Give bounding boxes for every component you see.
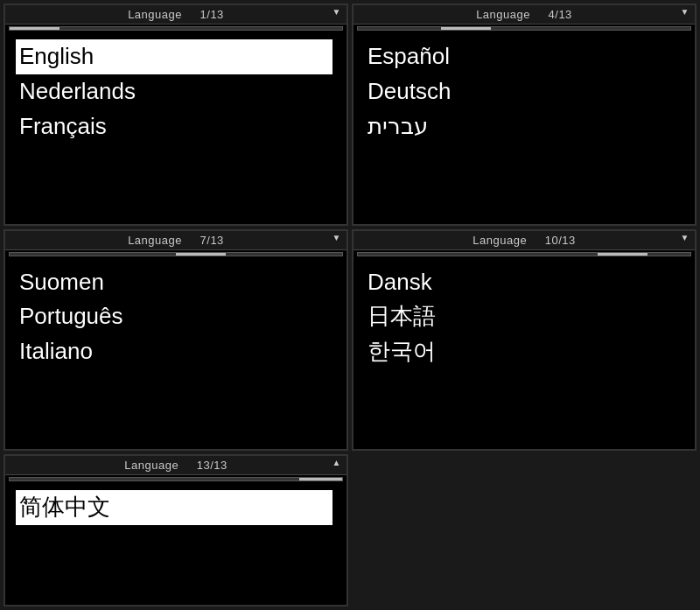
- screen-2-content: Español Deutsch עברית: [354, 32, 695, 151]
- screen-5-content: 简体中文: [5, 483, 346, 532]
- screen-4-page: 10/13: [545, 234, 576, 247]
- screen-3-page: 7/13: [200, 234, 224, 247]
- screen-2-scrollbar: [354, 25, 695, 32]
- language-suomen[interactable]: Suomen: [19, 265, 332, 300]
- language-japanese[interactable]: 日本語: [368, 299, 681, 334]
- bottom-row: Language 13/13 ▲ 简体中文: [4, 454, 696, 606]
- screen-3-header: Language 7/13 ▼: [5, 231, 346, 250]
- language-english[interactable]: English: [16, 39, 332, 74]
- language-screen-1: Language 1/13 ▼ English Nederlands Franç…: [4, 4, 348, 226]
- screen-4-header: Language 10/13 ▼: [354, 231, 695, 250]
- language-francais[interactable]: Français: [19, 109, 332, 144]
- screen-5-scroll-thumb: [299, 478, 342, 480]
- screen-2-scroll-thumb: [441, 27, 491, 30]
- screen-4-title: Language: [472, 234, 527, 247]
- screen-2-title: Language: [476, 8, 530, 21]
- screen-4-scrollbar: [354, 250, 695, 258]
- language-italiano[interactable]: Italiano: [19, 334, 332, 369]
- screen-3-scrollbar: [5, 250, 346, 258]
- screen-1-arrow-down: ▼: [332, 7, 341, 17]
- language-screen-3: Language 7/13 ▼ Suomen Português Italian…: [4, 229, 348, 452]
- language-korean[interactable]: 한국어: [368, 334, 681, 369]
- screen-5-arrow-up: ▲: [332, 458, 341, 467]
- language-dansk[interactable]: Dansk: [368, 265, 681, 300]
- screen-3-scroll-thumb: [176, 253, 226, 256]
- screen-5-page: 13/13: [197, 459, 228, 472]
- language-hebrew[interactable]: עברית: [368, 109, 681, 144]
- screen-2-scroll-track: [357, 26, 691, 31]
- screen-1-page: 1/13: [200, 8, 224, 21]
- screen-5-header: Language 13/13 ▲: [5, 456, 346, 475]
- screen-5-title: Language: [124, 459, 178, 472]
- screen-2-header: Language 4/13 ▼: [354, 5, 695, 25]
- screen-1-scroll-thumb: [10, 27, 60, 30]
- screen-1-content: English Nederlands Français: [5, 32, 346, 151]
- screen-1-scrollbar: [5, 25, 346, 32]
- language-chinese-simplified[interactable]: 简体中文: [16, 490, 332, 525]
- screen-1-scroll-track: [9, 26, 343, 31]
- screen-1-title: Language: [128, 8, 182, 21]
- screen-5-scroll-track: [9, 477, 343, 481]
- screen-2-arrow-down: ▼: [681, 7, 690, 17]
- screen-4-scroll-track: [357, 252, 691, 256]
- screen-3-scroll-track: [9, 252, 343, 256]
- screen-3-content: Suomen Português Italiano: [5, 258, 346, 376]
- screen-3-title: Language: [128, 234, 182, 247]
- screen-4-content: Dansk 日本語 한국어: [354, 258, 695, 376]
- language-nederlands[interactable]: Nederlands: [19, 74, 332, 109]
- language-screen-2: Language 4/13 ▼ Español Deutsch עברית: [352, 4, 696, 226]
- screen-5-scrollbar: [5, 475, 346, 483]
- language-espanol[interactable]: Español: [368, 39, 681, 74]
- language-screen-5: Language 13/13 ▲ 简体中文: [4, 454, 348, 606]
- screen-3-arrow-down: ▼: [332, 233, 341, 242]
- screen-1-header: Language 1/13 ▼: [5, 5, 346, 25]
- screen-2-page: 4/13: [549, 8, 572, 21]
- language-screen-4: Language 10/13 ▼ Dansk 日本語 한국어: [352, 229, 696, 452]
- screen-4-arrow-down: ▼: [681, 233, 690, 242]
- screen-4-scroll-thumb: [598, 253, 648, 256]
- language-portugues[interactable]: Português: [19, 299, 332, 334]
- empty-bottom-right: [352, 454, 696, 606]
- language-deutsch[interactable]: Deutsch: [368, 74, 681, 109]
